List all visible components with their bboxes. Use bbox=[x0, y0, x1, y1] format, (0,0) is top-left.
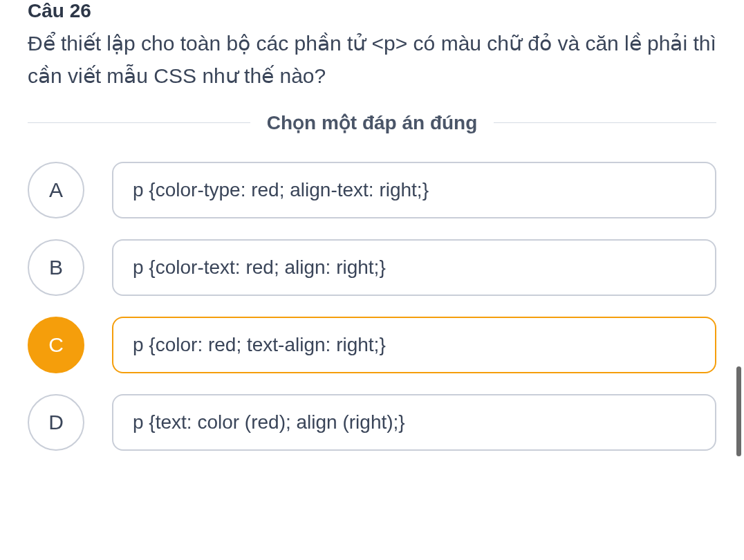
option-c[interactable]: C p {color: red; text-align: right;} bbox=[28, 317, 716, 373]
option-letter-c[interactable]: C bbox=[28, 317, 84, 373]
divider-left bbox=[28, 122, 250, 123]
question-block: Câu 26 Để thiết lập cho toàn bộ các phần… bbox=[28, 0, 716, 92]
option-content-b[interactable]: p {color-text: red; align: right;} bbox=[112, 239, 716, 296]
divider-right bbox=[494, 122, 716, 123]
option-a[interactable]: A p {color-type: red; align-text: right;… bbox=[28, 162, 716, 218]
option-b[interactable]: B p {color-text: red; align: right;} bbox=[28, 239, 716, 296]
option-letter-a[interactable]: A bbox=[28, 162, 84, 218]
question-number: Câu 26 bbox=[28, 0, 716, 22]
option-letter-b[interactable]: B bbox=[28, 239, 84, 296]
scrollbar-thumb[interactable] bbox=[736, 366, 741, 456]
option-content-c[interactable]: p {color: red; text-align: right;} bbox=[112, 317, 716, 373]
option-d[interactable]: D p {text: color (red); align (right);} bbox=[28, 394, 716, 451]
instruction-text: Chọn một đáp án đúng bbox=[250, 111, 494, 134]
question-text: Để thiết lập cho toàn bộ các phần tử <p>… bbox=[28, 28, 716, 92]
instruction-row: Chọn một đáp án đúng bbox=[28, 111, 716, 134]
option-letter-d[interactable]: D bbox=[28, 394, 84, 451]
options-list: A p {color-type: red; align-text: right;… bbox=[28, 162, 716, 451]
option-content-a[interactable]: p {color-type: red; align-text: right;} bbox=[112, 162, 716, 218]
option-content-d[interactable]: p {text: color (red); align (right);} bbox=[112, 394, 716, 451]
